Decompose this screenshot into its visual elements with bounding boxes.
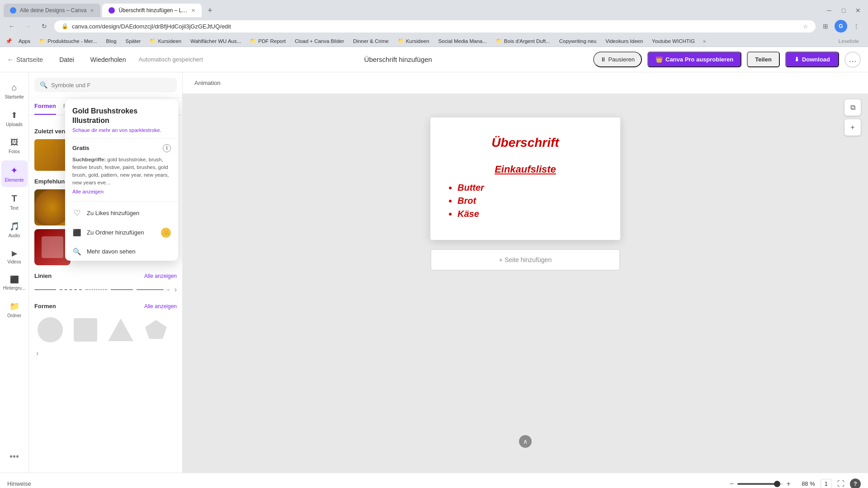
info-icon[interactable]: ℹ [163,144,171,152]
home-nav-item[interactable]: ← Startseite [7,56,43,63]
shapes-next-arrow[interactable]: › [36,349,38,357]
popup-more-item[interactable]: 🔍 Mehr davon sehen [65,243,178,261]
share-button[interactable]: Teilen [747,52,780,67]
search-box[interactable]: 🔍 [34,78,177,92]
bookmark-social[interactable]: Social Media Mana... [434,38,490,45]
bookmark-blog[interactable]: Blog [103,38,120,45]
bookmark-spaeter[interactable]: Später [122,38,145,45]
bookmark-kursideen[interactable]: 📁Kursideen [146,37,185,45]
design-title: Überschrift hinzufügen [364,56,432,63]
lines-title: Linien [34,272,52,279]
line-dashed[interactable] [60,289,81,290]
bookmark-produktsuche[interactable]: 📁Produktsuche - Mer... [36,37,100,45]
sidebar-item-audio[interactable]: 🎵 Audio [1,217,28,243]
left-panel: 🔍 Formen Rahmen Zuletzt verwendet — [29,72,183,473]
line-dotted[interactable] [85,289,107,290]
panel-search-area: 🔍 [29,72,182,98]
bookmark-dinner[interactable]: Dinner & Crime [349,38,392,45]
sidebar-item-videos[interactable]: ▶ Videos [1,244,28,269]
lines-next-arrow[interactable]: › [175,286,177,294]
minimize-button[interactable]: ─ [823,4,835,17]
line-solid[interactable] [34,289,56,290]
tab-formen[interactable]: Formen [34,98,56,115]
sidebar-item-folder[interactable]: 📁 Ordner [1,297,28,323]
lines-show-all[interactable]: Alle anzeigen [144,273,177,279]
settings-icon[interactable]: ⋮ [850,20,863,33]
back-button[interactable]: ← [5,20,18,33]
line-solid2[interactable] [111,289,132,290]
reload-button[interactable]: ↻ [38,20,51,33]
bookmark-cload[interactable]: Cload + Canva Bilder [291,38,348,45]
bookmark-leseliste[interactable]: Leseliste [835,38,863,45]
copy-page-button[interactable]: ⧉ [844,99,861,116]
shape-circle[interactable] [34,314,66,346]
sidebar-item-text[interactable]: T Text [1,189,28,215]
show-all-keywords-link[interactable]: Alle anzeigen [72,188,171,196]
download-button[interactable]: ⬇ Download [785,52,839,67]
add-page-button[interactable]: + Seite hinzufügen [430,249,620,271]
pause-label: Pausieren [608,56,635,63]
bookmark-wahlfaecher[interactable]: Wahlfächer WU Aus... [187,38,245,45]
sidebar-item-home[interactable]: ⌂ Startseite [1,78,28,104]
tab1-close[interactable]: ✕ [90,8,94,14]
element-context-popup: Gold Brushstrokes Illustration Schaue di… [65,99,178,261]
more-options-button[interactable]: … [844,52,861,68]
lines-row: → › [34,284,177,296]
tab2-close[interactable]: ✕ [191,8,195,14]
sidebar-more-button[interactable]: ••• [9,451,19,467]
canvas-area: Animation ⧉ + Überschrift Einkaufsliste … [183,72,868,473]
browser-tab-2[interactable]: Überschrift hinzufügen – Logo ✕ [102,4,202,17]
zoom-slider[interactable]: − + [730,480,791,488]
zoom-minus-icon[interactable]: − [730,480,734,488]
pause-button[interactable]: ⏸ Pausieren [593,52,642,67]
bookmark-pdf[interactable]: 📁PDF Report [246,37,289,45]
maximize-button[interactable]: □ [837,4,850,17]
shape-pentagon[interactable] [140,314,172,346]
folder-label: Ordner [7,313,21,318]
bookmarks-bar: 📌 Apps 📁Produktsuche - Mer... Blog Späte… [0,35,868,47]
bookmark-apps[interactable]: Apps [15,38,34,45]
zoom-plus-icon[interactable]: + [786,480,790,488]
browser-tab-1[interactable]: Alle deine Designs – Canva ✕ [4,4,100,17]
popup-subtitle[interactable]: Schaue dir mehr an von sparklestroke. [72,127,171,133]
page-scroll-up[interactable]: ∧ [519,435,532,448]
shape-square[interactable] [70,314,101,346]
bookmarks-more[interactable]: » [700,38,708,45]
sidebar-item-photos[interactable]: 🖼 Fotos [1,133,28,159]
uploads-icon: ⬆ [11,110,18,120]
page-indicator[interactable]: 1 [821,479,832,488]
popup-likes-item[interactable]: ♡ Zu Likes hinzufügen [65,203,178,223]
line-arrow[interactable]: → [137,286,171,293]
sidebar-item-background[interactable]: ⬛ Hintergru... [1,271,28,295]
bookmark-videokurs[interactable]: Videokurs Ideen [602,38,646,45]
zoom-track[interactable] [737,483,783,485]
zoom-value: 88 % [796,480,815,487]
new-tab-button[interactable]: + [203,4,216,17]
bookmark-youtube[interactable]: Youtube WICHTIG [648,38,698,45]
animation-button[interactable]: Animation [190,78,225,88]
bookmark-bois[interactable]: 📁Bois d'Argent Duft... [492,37,554,45]
shape-triangle[interactable] [105,314,137,346]
help-button[interactable]: ? [850,479,861,488]
fullscreen-button[interactable]: ⛶ [837,480,844,488]
url-bar[interactable]: 🔒 canva.com/design/DAEdomzcjI/drBfjHdCoj… [54,20,816,33]
search-input[interactable] [51,82,171,89]
canva-app: ← Startseite Datei Wiederholen Automatis… [0,47,868,488]
add-outside-button[interactable]: + [844,119,861,136]
profile-icon[interactable]: G [835,20,847,33]
close-button[interactable]: ✕ [852,4,864,17]
bookmark-copywriting[interactable]: Copywriting neu [556,38,600,45]
extensions-icon[interactable]: ⊞ [819,20,832,33]
nav-datei[interactable]: Datei [54,53,80,66]
popup-folder-item[interactable]: ⬛ Zu Ordner hinzufügen 👑 [65,223,178,243]
forward-button[interactable]: → [22,20,34,33]
nav-wiederholen[interactable]: Wiederholen [85,53,132,66]
sidebar-item-elements[interactable]: ✦ Elemente [1,160,28,187]
shapes-show-all[interactable]: Alle anzeigen [144,303,177,310]
bookmark-kursideen2[interactable]: 📁Kursideen [394,37,433,45]
pro-button[interactable]: 👑 Canva Pro ausprobieren [647,52,741,67]
popup-divider-1 [65,138,178,139]
zoom-thumb[interactable] [774,481,780,487]
sidebar-item-uploads[interactable]: ⬆ Uploads [1,106,28,131]
canvas-card[interactable]: Überschrift Einkaufsliste Butter Brot Kä… [430,117,620,240]
